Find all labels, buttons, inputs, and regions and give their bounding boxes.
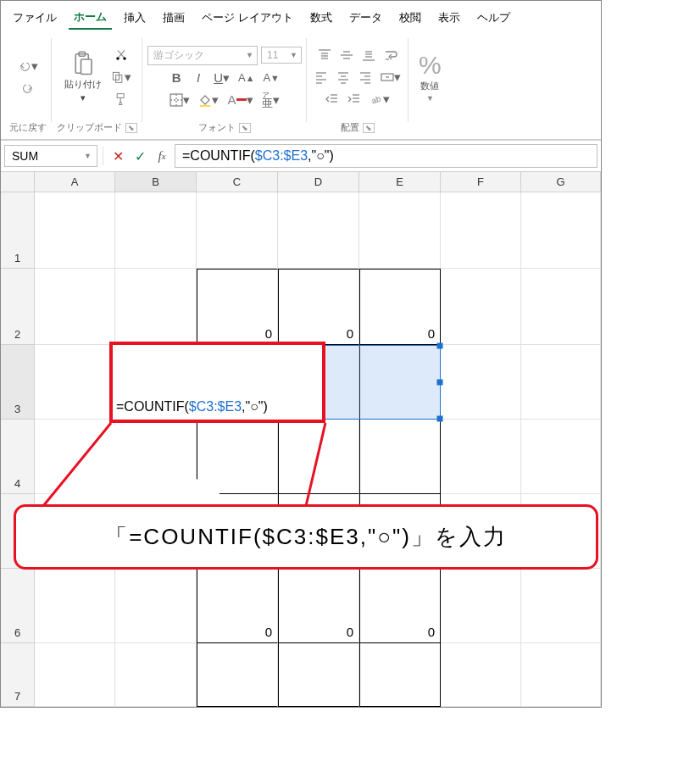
col-header[interactable]: A: [35, 172, 115, 192]
cell[interactable]: [521, 269, 601, 345]
worksheet[interactable]: A B C D E F G 1 2 3 4 5 6 7: [1, 172, 601, 707]
cut-button[interactable]: [108, 46, 134, 64]
cell[interactable]: [441, 192, 521, 269]
decrease-indent-button[interactable]: [323, 90, 342, 108]
cell[interactable]: [441, 269, 521, 345]
decrease-font-button[interactable]: A▼: [260, 69, 281, 87]
cell[interactable]: [35, 569, 115, 643]
font-name-select[interactable]: 游ゴシック▼: [147, 46, 258, 65]
cell[interactable]: [278, 192, 359, 269]
cell[interactable]: [197, 192, 278, 269]
redo-button[interactable]: [19, 79, 37, 97]
cell[interactable]: [197, 420, 278, 494]
row-header[interactable]: 2: [1, 269, 35, 345]
cell[interactable]: 0: [278, 269, 359, 345]
tab-draw[interactable]: 描画: [158, 7, 190, 29]
tab-insert[interactable]: 挿入: [119, 7, 151, 29]
row-header[interactable]: 4: [1, 420, 35, 494]
format-painter-button[interactable]: [108, 90, 134, 108]
align-left-button[interactable]: [312, 68, 331, 86]
name-box[interactable]: SUM ▼: [4, 145, 97, 167]
cell[interactable]: [115, 420, 197, 494]
fx-icon[interactable]: fx: [153, 147, 171, 165]
cells-area[interactable]: 0 0 0: [35, 192, 601, 707]
alignment-launcher-icon[interactable]: ⬊: [363, 123, 375, 133]
col-header[interactable]: G: [521, 172, 601, 192]
paste-button[interactable]: 貼り付け▾: [61, 49, 105, 105]
tab-layout[interactable]: ページ レイアウト: [197, 7, 298, 29]
number-format-button[interactable]: % 数値 ▼: [414, 51, 447, 104]
row-header[interactable]: 1: [1, 192, 35, 269]
cell[interactable]: [521, 345, 601, 420]
cell[interactable]: 0: [197, 569, 278, 643]
cell[interactable]: 0: [359, 569, 441, 643]
orientation-button[interactable]: ab ▾: [367, 90, 392, 108]
formula-input[interactable]: =COUNTIF($C3:$E3,"○"): [175, 144, 597, 168]
cell[interactable]: 0: [197, 269, 278, 345]
tab-view[interactable]: 表示: [433, 7, 465, 29]
italic-button[interactable]: I: [189, 69, 208, 87]
cell[interactable]: [35, 345, 115, 420]
row-header[interactable]: 7: [1, 643, 35, 707]
col-header[interactable]: B: [115, 172, 197, 192]
accept-formula-button[interactable]: ✓: [131, 147, 149, 165]
row-header[interactable]: 6: [1, 569, 35, 643]
undo-button[interactable]: ▾: [15, 57, 41, 75]
phonetic-button[interactable]: ア亜 ▾: [259, 91, 282, 109]
cell[interactable]: [441, 643, 521, 707]
underline-button[interactable]: U ▾: [211, 69, 232, 87]
cell[interactable]: [359, 345, 441, 420]
tab-help[interactable]: ヘルプ: [472, 7, 515, 29]
cell-edit-overlay[interactable]: =COUNTIF($C3:$E3,"○"): [109, 342, 325, 423]
increase-font-button[interactable]: A▲: [236, 69, 257, 87]
cell[interactable]: [35, 420, 115, 494]
cell[interactable]: [35, 192, 115, 269]
align-top-button[interactable]: [315, 46, 334, 64]
cell[interactable]: [441, 569, 521, 643]
cell[interactable]: [115, 269, 197, 345]
wrap-text-button[interactable]: [381, 46, 400, 64]
tab-data[interactable]: データ: [344, 7, 387, 29]
select-all-corner[interactable]: [1, 172, 35, 192]
col-header[interactable]: F: [441, 172, 521, 192]
align-bottom-button[interactable]: [359, 46, 378, 64]
merge-center-button[interactable]: ▾: [378, 68, 403, 86]
tab-home[interactable]: ホーム: [69, 6, 112, 30]
font-launcher-icon[interactable]: ⬊: [239, 123, 251, 133]
cell[interactable]: [197, 643, 278, 707]
col-header[interactable]: E: [359, 172, 441, 192]
cell[interactable]: [359, 420, 441, 494]
cell[interactable]: 0: [359, 269, 441, 345]
copy-button[interactable]: ▾: [108, 68, 134, 86]
cell[interactable]: 0: [278, 569, 359, 643]
borders-button[interactable]: ▾: [167, 91, 192, 109]
tab-file[interactable]: ファイル: [8, 7, 62, 29]
cell[interactable]: [35, 269, 115, 345]
fill-color-button[interactable]: ▾: [196, 91, 221, 109]
cell[interactable]: [359, 643, 441, 707]
align-middle-button[interactable]: [337, 46, 356, 64]
col-header[interactable]: D: [278, 172, 359, 192]
cancel-formula-button[interactable]: ✕: [108, 147, 127, 165]
font-size-select[interactable]: 11▼: [261, 47, 302, 64]
align-center-button[interactable]: [334, 68, 353, 86]
cell[interactable]: [521, 569, 601, 643]
increase-indent-button[interactable]: [345, 90, 364, 108]
cell[interactable]: [278, 643, 359, 707]
cell[interactable]: [521, 420, 601, 494]
font-color-button[interactable]: A ▾: [225, 91, 255, 109]
cell[interactable]: [441, 420, 521, 494]
cell[interactable]: [521, 192, 601, 269]
bold-button[interactable]: B: [167, 69, 186, 87]
align-right-button[interactable]: [356, 68, 375, 86]
cell[interactable]: [115, 569, 197, 643]
col-header[interactable]: C: [197, 172, 278, 192]
cell[interactable]: [521, 643, 601, 707]
cell[interactable]: [441, 345, 521, 420]
cell[interactable]: [115, 643, 197, 707]
clipboard-launcher-icon[interactable]: ⬊: [125, 123, 137, 133]
tab-review[interactable]: 校閲: [394, 7, 426, 29]
cell[interactable]: [359, 192, 441, 269]
cell[interactable]: [278, 420, 359, 494]
cell[interactable]: [115, 192, 197, 269]
